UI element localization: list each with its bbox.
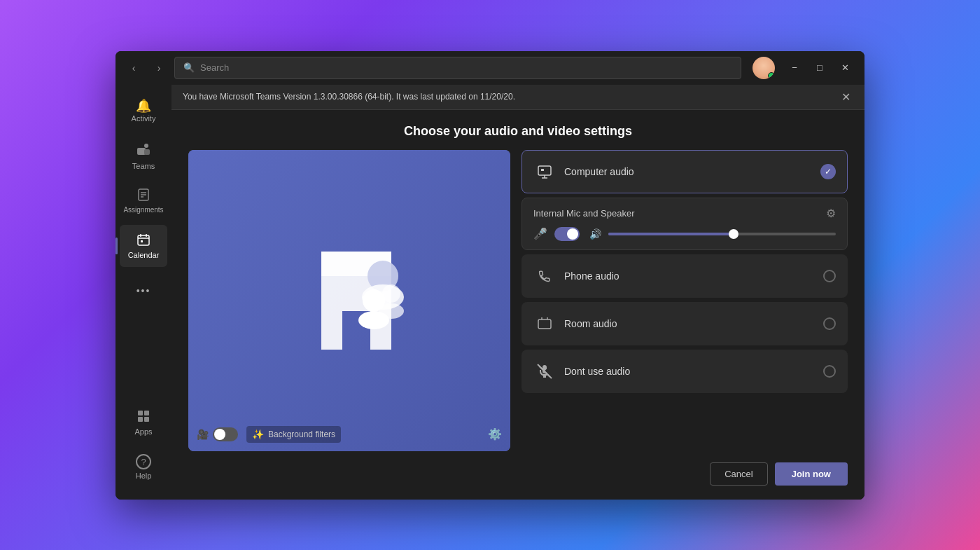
back-button[interactable]: ‹ (124, 58, 144, 78)
room-audio-option[interactable]: Room audio (522, 302, 848, 345)
bg-filters-label: Background filters (268, 429, 335, 439)
internal-mic-section: Internal Mic and Speaker ⚙ 🎤 🔊 (522, 198, 848, 250)
update-bar: You have Microsoft Teams Version 1.3.00.… (172, 85, 864, 110)
main-area: 🔔 Activity Teams (115, 85, 864, 500)
sidebar-item-more[interactable]: ••• (120, 270, 167, 312)
sidebar-bottom: Apps ? Help (120, 401, 167, 494)
presence-badge (768, 72, 775, 79)
calendar-icon (136, 233, 150, 249)
search-bar: 🔍 Search (174, 57, 741, 79)
maximize-button[interactable]: □ (808, 57, 831, 79)
computer-audio-checkmark: ✓ (820, 164, 836, 179)
camera-toggle-switch[interactable] (213, 427, 238, 441)
dialog-footer: Cancel Join now (172, 451, 864, 500)
svg-point-23 (379, 303, 404, 319)
room-audio-radio (823, 317, 836, 330)
settings-gear-icon: ⚙️ (488, 428, 502, 440)
close-button[interactable]: ✕ (834, 57, 856, 79)
video-controls-bar: 🎥 ✨ Background filters ⚙️ (197, 426, 502, 443)
dialog-body: 🎥 ✨ Background filters ⚙️ (172, 150, 864, 451)
title-bar: ‹ › 🔍 Search − □ ✕ (115, 51, 864, 85)
audio-video-dialog: Choose your audio and video settings (172, 110, 864, 500)
dialog-title: Choose your audio and video settings (172, 110, 864, 150)
sidebar-item-teams[interactable]: Teams (120, 135, 167, 177)
title-bar-actions: − □ ✕ (752, 57, 856, 79)
phone-audio-label: Phone audio (564, 270, 815, 282)
volume-slider[interactable] (608, 233, 836, 235)
internal-mic-header: Internal Mic and Speaker ⚙ (533, 207, 836, 220)
search-placeholder: Search (200, 62, 229, 73)
svg-rect-12 (138, 411, 143, 415)
assignments-icon (136, 188, 150, 204)
phone-audio-option[interactable]: Phone audio (522, 254, 848, 298)
apps-icon (136, 409, 150, 425)
phone-audio-radio (823, 270, 836, 282)
svg-rect-7 (138, 235, 149, 245)
sidebar-item-label: Apps (134, 427, 152, 436)
computer-audio-icon (533, 160, 556, 183)
mic-toggle-switch[interactable] (554, 227, 580, 241)
update-message: You have Microsoft Teams Version 1.3.00.… (183, 92, 515, 102)
sidebar-item-calendar[interactable]: Calendar (120, 225, 167, 267)
svg-point-22 (382, 284, 400, 303)
camera-toggle: 🎥 (197, 427, 238, 441)
room-audio-icon (533, 312, 556, 335)
camera-icon: 🎥 (197, 429, 209, 440)
no-audio-option[interactable]: Dont use audio (522, 350, 848, 393)
volume-thumb[interactable] (729, 229, 738, 239)
mic-controls: 🎤 🔊 (533, 227, 836, 241)
join-now-button[interactable]: Join now (775, 462, 848, 486)
no-audio-label: Dont use audio (564, 366, 815, 377)
sidebar: 🔔 Activity Teams (115, 85, 172, 500)
teams-icon (136, 142, 151, 160)
sidebar-item-label: Assignments (123, 206, 163, 214)
cancel-button[interactable]: Cancel (710, 462, 767, 486)
no-audio-icon (533, 360, 556, 383)
svg-rect-13 (144, 411, 149, 415)
microphone-icon: 🎤 (533, 227, 547, 240)
sidebar-item-label: Calendar (128, 251, 160, 259)
sidebar-item-apps[interactable]: Apps (120, 401, 167, 444)
help-icon: ? (136, 454, 151, 469)
video-preview: 🎥 ✨ Background filters ⚙️ (188, 150, 510, 451)
audio-panel: Computer audio ✓ Internal Mic and Speake… (522, 150, 848, 451)
sidebar-item-activity[interactable]: 🔔 Activity (120, 90, 167, 132)
computer-audio-option[interactable]: Computer audio ✓ (522, 150, 848, 193)
svg-rect-15 (144, 417, 149, 422)
mic-settings-icon[interactable]: ⚙ (826, 207, 836, 220)
svg-rect-27 (541, 169, 544, 171)
teams-logo (279, 231, 419, 371)
svg-rect-11 (141, 240, 143, 242)
minimize-button[interactable]: − (783, 57, 806, 79)
video-settings-button[interactable]: ⚙️ (488, 427, 502, 441)
svg-rect-2 (144, 149, 150, 155)
update-bar-close-button[interactable]: ✕ (839, 90, 853, 104)
internal-mic-label: Internal Mic and Speaker (533, 208, 635, 219)
content-area: You have Microsoft Teams Version 1.3.00.… (172, 85, 864, 500)
svg-rect-24 (538, 166, 551, 175)
sidebar-item-label: Activity (132, 114, 156, 123)
avatar[interactable] (752, 57, 775, 79)
teams-window: ‹ › 🔍 Search − □ ✕ 🔔 Activity (115, 51, 864, 500)
volume-fill (608, 233, 734, 235)
sidebar-item-assignments[interactable]: Assignments (120, 180, 167, 222)
sidebar-item-label: Help (136, 472, 152, 480)
svg-rect-28 (538, 319, 551, 329)
sidebar-item-help[interactable]: ? Help (120, 446, 167, 488)
sidebar-item-label: Teams (132, 162, 155, 170)
phone-audio-icon (533, 265, 556, 287)
bg-filters-icon: ✨ (252, 429, 264, 440)
computer-audio-label: Computer audio (564, 166, 812, 177)
search-icon: 🔍 (183, 62, 195, 73)
room-audio-label: Room audio (564, 318, 815, 329)
speaker-icon: 🔊 (589, 228, 601, 240)
svg-point-1 (144, 144, 148, 148)
more-icon: ••• (136, 286, 151, 296)
no-audio-radio (823, 365, 836, 378)
background-filters-button[interactable]: ✨ Background filters (246, 426, 341, 443)
activity-icon: 🔔 (136, 99, 151, 112)
forward-button[interactable]: › (149, 58, 169, 78)
svg-rect-14 (138, 417, 143, 422)
